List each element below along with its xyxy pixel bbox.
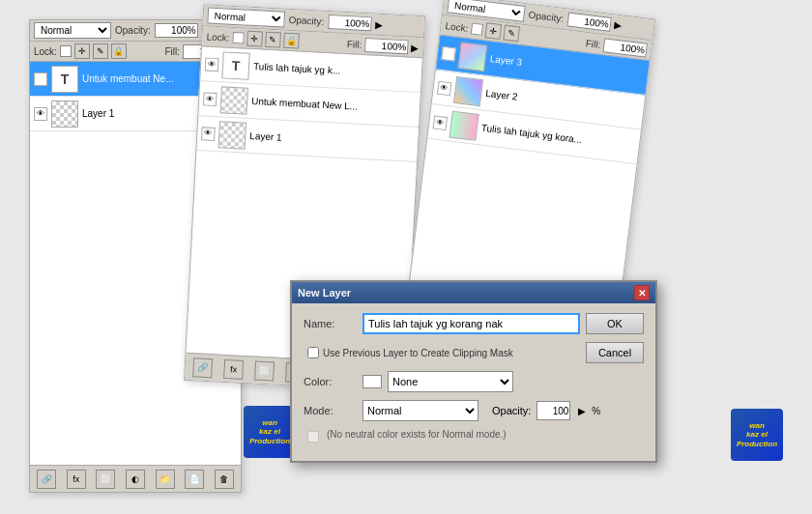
fx-btn[interactable]: fx (67, 470, 86, 489)
eye-p3-1[interactable]: 👁 (441, 45, 456, 61)
fill-label-1: Fill: (164, 46, 180, 57)
thumb-p2-1: T (221, 51, 249, 79)
thumb-p3-2 (453, 75, 483, 105)
move-btn-1[interactable]: ✛ (74, 43, 90, 59)
link-btn[interactable]: 🔗 (37, 470, 56, 489)
dialog-name-row: Name: OK (304, 313, 644, 334)
clipping-mask-row: Use Previous Layer to Create Clipping Ma… (304, 342, 644, 363)
new-layer-dialog: New Layer ✕ Name: OK Use Previous Layer … (290, 280, 657, 463)
name-p2-1: Tulis lah tajuk yg k... (253, 61, 418, 80)
brush-btn-2[interactable]: ✎ (265, 32, 281, 48)
clipping-mask-checkbox[interactable] (307, 347, 319, 358)
fill-arrow-2[interactable]: ▶ (411, 42, 420, 52)
dialog-title-bar: New Layer ✕ (292, 282, 655, 303)
dialog-color-row: Color: None (304, 371, 644, 392)
eye-p2-1[interactable]: 👁 (205, 57, 219, 71)
layer-thumb-2 (51, 100, 78, 128)
brush-btn-3[interactable]: ✎ (503, 25, 520, 43)
thumb-p2-3 (218, 121, 246, 149)
opacity-value-input[interactable] (536, 401, 570, 420)
cancel-button[interactable]: Cancel (586, 342, 644, 363)
eye-p3-2[interactable]: 👁 (437, 80, 452, 96)
blend-mode-select-2[interactable]: Normal (207, 8, 285, 28)
adj-btn[interactable]: ◐ (126, 470, 145, 489)
lock-btn-2[interactable]: 🔒 (283, 33, 300, 49)
opacity-label-1: Opacity: (115, 25, 151, 36)
mode-select[interactable]: Normal (362, 400, 478, 421)
logo-right: wan kaz el Production (731, 409, 783, 461)
name-label: Name: (304, 318, 357, 329)
layer-thumb-1: T (51, 66, 78, 93)
opacity-arrow-2[interactable]: ▶ (375, 19, 384, 30)
fx-btn-2[interactable]: fx (223, 358, 244, 379)
color-select[interactable]: None (388, 371, 513, 392)
layer-name-input[interactable] (362, 313, 580, 334)
new-layer-btn[interactable]: 📄 (185, 470, 204, 489)
hint-row: (No neutral color exists for Normal mode… (304, 429, 644, 443)
name-p3-1: Layer 3 (489, 53, 644, 82)
color-swatch (362, 375, 382, 388)
opacity-input-3[interactable] (566, 13, 611, 32)
panel1-footer: 🔗 fx ⬜ ◐ 📁 📄 🗑 (30, 465, 241, 492)
mask-btn[interactable]: ⬜ (96, 470, 115, 489)
clipping-mask-label: Use Previous Layer to Create Clipping Ma… (323, 348, 513, 358)
folder-btn[interactable]: 📁 (156, 470, 175, 489)
name-p3-2: Layer 2 (485, 88, 640, 117)
opacity-input-2[interactable] (328, 14, 372, 31)
thumb-p3-1 (457, 42, 487, 71)
fill-input-3[interactable] (603, 38, 648, 57)
lock-label-1: Lock: (34, 46, 57, 57)
eye-icon-1[interactable]: 👁 (34, 72, 47, 86)
move-btn-3[interactable]: ✛ (484, 22, 502, 40)
lock-icon-1 (60, 45, 72, 57)
dialog-opacity-label: Opacity: (492, 405, 531, 416)
opacity-input-1[interactable] (155, 23, 198, 38)
logo-left: wan kaz el Production (244, 406, 296, 458)
hint-text: (No neutral color exists for Normal mode… (323, 429, 507, 440)
delete-btn[interactable]: 🗑 (215, 470, 234, 489)
logo-left-text: wan kaz el Production (249, 418, 290, 446)
move-btn-2[interactable]: ✛ (246, 31, 263, 47)
link-btn-2[interactable]: 🔗 (192, 357, 213, 378)
fill-input-2[interactable] (364, 38, 409, 54)
dialog-body: Name: OK Use Previous Layer to Create Cl… (292, 303, 655, 461)
dialog-close-button[interactable]: ✕ (634, 285, 650, 300)
dialog-mode-row: Mode: Normal Opacity: ▶ % (304, 400, 644, 421)
mask-btn-2[interactable]: ⬜ (254, 360, 275, 381)
name-p3-3: Tulis lah tajuk yg kora... (480, 122, 635, 151)
name-p2-3: Layer 1 (249, 130, 414, 150)
color-label: Color: (304, 376, 357, 387)
opacity-arrow-dialog[interactable]: ▶ (578, 406, 586, 416)
thumb-p2-2 (219, 86, 247, 114)
eye-icon-2[interactable]: 👁 (34, 107, 47, 121)
opacity-arrow-3[interactable]: ▶ (614, 19, 623, 31)
hint-checkbox[interactable] (307, 431, 319, 443)
blend-mode-select-1[interactable]: Normal (34, 22, 111, 39)
pct-label: % (592, 406, 600, 416)
brush-btn-1[interactable]: ✎ (93, 43, 108, 59)
mode-label: Mode: (304, 405, 357, 416)
lock-btn-1[interactable]: 🔒 (111, 43, 127, 59)
dialog-title: New Layer (298, 287, 351, 299)
eye-p2-3[interactable]: 👁 (201, 127, 216, 141)
eye-p3-3[interactable]: 👁 (433, 115, 449, 130)
layers-panel-3: Normal Opacity: ▶ Lock: ✛ ✎ Fill: 👁 Laye… (408, 0, 655, 316)
thumb-p3-3 (450, 110, 479, 140)
name-p2-2: Untuk membuat New L... (251, 96, 416, 115)
logo-right-text: wan kaz el Production (737, 421, 777, 449)
ok-button[interactable]: OK (586, 313, 644, 334)
eye-p2-2[interactable]: 👁 (203, 92, 218, 106)
